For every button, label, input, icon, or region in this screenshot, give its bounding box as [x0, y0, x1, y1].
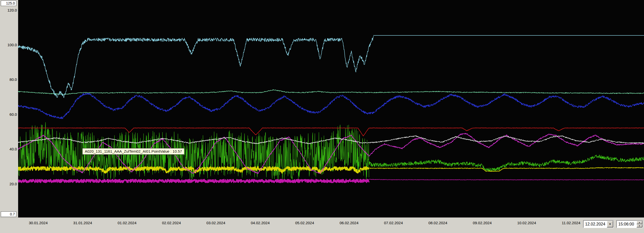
- x-axis-date-label: 08.02.2024: [428, 221, 447, 225]
- x-axis-date-label: 07.02.2024: [384, 221, 403, 225]
- date-picker-dropdown-button[interactable]: ▼: [607, 221, 613, 227]
- date-picker-value[interactable]: 12.02.2024: [584, 222, 607, 226]
- time-spinner: ▲ ▼: [636, 221, 642, 227]
- chevron-down-icon: ▼: [639, 225, 640, 227]
- trend-line-pale-green: [18, 90, 644, 95]
- x-axis-date-label: 30.01.2024: [29, 221, 48, 225]
- time-picker-value[interactable]: 15:06:00: [617, 222, 636, 226]
- y-axis-tick-label: 20.0: [10, 182, 17, 186]
- chevron-down-icon: ▼: [609, 223, 611, 225]
- y-axis-min-field[interactable]: 0.7: [1, 211, 16, 217]
- time-spin-down-button[interactable]: ▼: [636, 224, 642, 228]
- y-axis-tick-label: 120.0: [7, 8, 17, 13]
- x-axis-date-label: 06.02.2024: [340, 221, 358, 225]
- y-axis: 125.0 0.7 120.0100.080.060.040.020.0: [0, 0, 18, 217]
- x-axis-date-label: 01.02.2024: [117, 221, 136, 225]
- x-axis-date-label: 03.02.2024: [206, 221, 225, 225]
- y-axis-tick-label: 60.0: [10, 112, 17, 117]
- x-axis-date-label: 31.01.2024: [73, 221, 92, 225]
- x-axis-date-label: 11.02.2024: [562, 221, 580, 225]
- trend-line-pink: [369, 179, 644, 180]
- trend-line-pink: [18, 180, 369, 183]
- x-axis-date-label: 09.02.2024: [473, 221, 492, 225]
- point-value-tooltip: A020_131_1161_AAA_ZulTem02_AI01.PointVal…: [82, 148, 184, 155]
- time-picker[interactable]: 15:06:00 ▲ ▼: [616, 220, 643, 228]
- trend-line-green-noisy: [369, 155, 644, 171]
- x-axis-date-label: 02.02.2024: [162, 221, 181, 225]
- y-axis-tick-label: 100.0: [7, 43, 17, 47]
- trend-viewer-window: { "y_axis": { "max_value": "125.0", "min…: [0, 0, 644, 233]
- trend-line-yellow: [369, 167, 644, 171]
- x-axis-date-label: 04.02.2024: [251, 221, 270, 225]
- trend-line-cyan: [18, 36, 374, 98]
- trend-line-blue: [18, 93, 644, 119]
- trend-line-green-noisy: [18, 122, 369, 181]
- trend-line-red: [18, 128, 644, 136]
- x-axis-date-label: 05.02.2024: [295, 221, 314, 225]
- chevron-up-icon: ▲: [639, 221, 640, 223]
- y-axis-max-field[interactable]: 125.0: [1, 1, 16, 6]
- x-axis-date-label: 10.02.2024: [517, 221, 536, 225]
- x-axis: 30.01.202431.01.202401.02.202402.02.2024…: [0, 217, 644, 233]
- trend-svg: [18, 0, 644, 217]
- trend-plot-area[interactable]: A020_131_1161_AAA_ZulTem02_AI01.PointVal…: [18, 0, 644, 217]
- y-axis-tick-label: 40.0: [10, 147, 17, 151]
- y-axis-tick-label: 80.0: [10, 77, 17, 82]
- time-spin-up-button[interactable]: ▲: [636, 221, 642, 224]
- date-picker[interactable]: 12.02.2024 ▼: [583, 220, 614, 228]
